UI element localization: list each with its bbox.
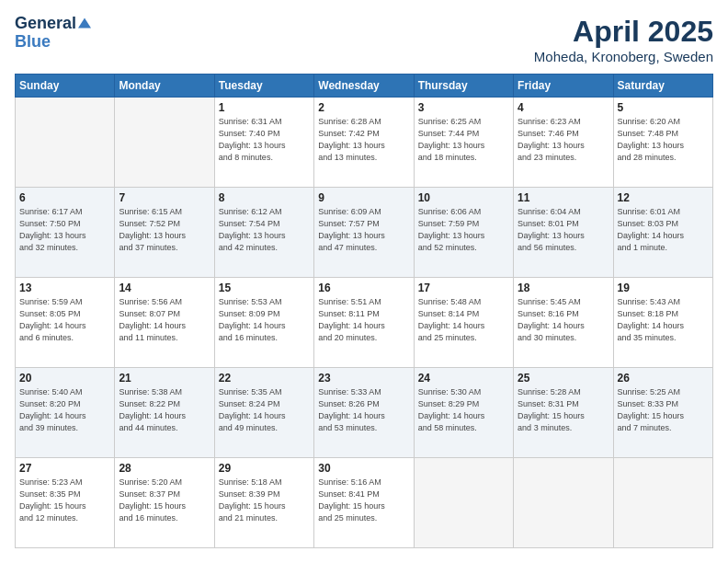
day-number: 28 [119,462,210,475]
day-info: Sunrise: 6:17 AM Sunset: 7:50 PM Dayligh… [19,206,110,254]
day-number: 11 [518,191,609,204]
day-number: 25 [518,372,609,385]
calendar-cell-w1-d3: 1Sunrise: 6:31 AM Sunset: 7:40 PM Daylig… [214,98,313,188]
day-info: Sunrise: 6:28 AM Sunset: 7:42 PM Dayligh… [318,116,409,164]
calendar-cell-w4-d2: 21Sunrise: 5:38 AM Sunset: 8:22 PM Dayli… [115,368,214,458]
calendar-cell-w5-d7 [613,458,712,548]
calendar-cell-w5-d2: 28Sunrise: 5:20 AM Sunset: 8:37 PM Dayli… [115,458,214,548]
calendar-cell-w5-d1: 27Sunrise: 5:23 AM Sunset: 8:35 PM Dayli… [16,458,115,548]
day-info: Sunrise: 5:23 AM Sunset: 8:35 PM Dayligh… [19,477,110,524]
page: General Blue April 2025 Moheda, Kronober… [0,0,728,563]
day-number: 23 [318,372,409,385]
day-info: Sunrise: 5:48 AM Sunset: 8:14 PM Dayligh… [418,296,509,344]
day-number: 17 [418,282,509,294]
month-title: April 2025 [534,15,713,49]
day-info: Sunrise: 6:31 AM Sunset: 7:40 PM Dayligh… [219,116,310,164]
logo-text-general: General [15,15,76,33]
day-number: 12 [618,191,709,204]
day-number: 7 [119,191,210,204]
col-tuesday: Tuesday [214,75,313,98]
calendar-cell-w2-d2: 7Sunrise: 6:15 AM Sunset: 7:52 PM Daylig… [115,188,214,278]
calendar-cell-w2-d6: 11Sunrise: 6:04 AM Sunset: 8:01 PM Dayli… [514,188,613,278]
calendar-cell-w3-d6: 18Sunrise: 5:45 AM Sunset: 8:16 PM Dayli… [514,278,613,368]
calendar-row-2: 6Sunrise: 6:17 AM Sunset: 7:50 PM Daylig… [16,188,713,278]
day-number: 15 [219,282,310,294]
day-info: Sunrise: 5:28 AM Sunset: 8:31 PM Dayligh… [518,386,609,434]
calendar-cell-w3-d2: 14Sunrise: 5:56 AM Sunset: 8:07 PM Dayli… [115,278,214,368]
logo: General Blue [15,15,91,52]
day-info: Sunrise: 6:25 AM Sunset: 7:44 PM Dayligh… [418,116,509,164]
day-number: 24 [418,372,509,385]
calendar-row-4: 20Sunrise: 5:40 AM Sunset: 8:20 PM Dayli… [16,368,713,458]
day-number: 18 [518,282,609,294]
day-number: 21 [119,372,210,385]
day-number: 10 [418,191,509,204]
title-block: April 2025 Moheda, Kronoberg, Sweden [534,15,713,64]
day-number: 6 [19,191,110,204]
day-number: 2 [318,101,409,114]
calendar-cell-w1-d5: 3Sunrise: 6:25 AM Sunset: 7:44 PM Daylig… [414,98,513,188]
calendar-cell-w3-d7: 19Sunrise: 5:43 AM Sunset: 8:18 PM Dayli… [613,278,712,368]
day-info: Sunrise: 6:15 AM Sunset: 7:52 PM Dayligh… [119,206,210,254]
logo-text-blue: Blue [15,32,51,51]
day-info: Sunrise: 5:20 AM Sunset: 8:37 PM Dayligh… [119,477,210,524]
day-info: Sunrise: 6:06 AM Sunset: 7:59 PM Dayligh… [418,206,509,254]
day-info: Sunrise: 6:04 AM Sunset: 8:01 PM Dayligh… [518,206,609,254]
col-thursday: Thursday [414,75,513,98]
day-info: Sunrise: 5:25 AM Sunset: 8:33 PM Dayligh… [618,386,709,434]
day-info: Sunrise: 5:33 AM Sunset: 8:26 PM Dayligh… [318,386,409,434]
calendar-cell-w4-d7: 26Sunrise: 5:25 AM Sunset: 8:33 PM Dayli… [613,368,712,458]
calendar-cell-w3-d5: 17Sunrise: 5:48 AM Sunset: 8:14 PM Dayli… [414,278,513,368]
day-info: Sunrise: 5:40 AM Sunset: 8:20 PM Dayligh… [19,386,110,434]
day-number: 26 [618,372,709,385]
calendar-cell-w5-d5 [414,458,513,548]
col-sunday: Sunday [16,75,115,98]
logo-icon [78,17,91,29]
day-info: Sunrise: 5:53 AM Sunset: 8:09 PM Dayligh… [219,296,310,344]
day-info: Sunrise: 5:30 AM Sunset: 8:29 PM Dayligh… [418,386,509,434]
calendar-cell-w4-d5: 24Sunrise: 5:30 AM Sunset: 8:29 PM Dayli… [414,368,513,458]
calendar-row-1: 1Sunrise: 6:31 AM Sunset: 7:40 PM Daylig… [16,98,713,188]
calendar-cell-w4-d1: 20Sunrise: 5:40 AM Sunset: 8:20 PM Dayli… [16,368,115,458]
calendar-cell-w3-d1: 13Sunrise: 5:59 AM Sunset: 8:05 PM Dayli… [16,278,115,368]
calendar-cell-w2-d3: 8Sunrise: 6:12 AM Sunset: 7:54 PM Daylig… [214,188,313,278]
col-wednesday: Wednesday [314,75,414,98]
day-info: Sunrise: 5:35 AM Sunset: 8:24 PM Dayligh… [219,386,310,434]
calendar-cell-w5-d3: 29Sunrise: 5:18 AM Sunset: 8:39 PM Dayli… [214,458,313,548]
day-info: Sunrise: 5:51 AM Sunset: 8:11 PM Dayligh… [318,296,409,344]
day-number: 14 [119,282,210,294]
calendar-cell-w4-d6: 25Sunrise: 5:28 AM Sunset: 8:31 PM Dayli… [514,368,613,458]
calendar-cell-w3-d4: 16Sunrise: 5:51 AM Sunset: 8:11 PM Dayli… [314,278,414,368]
col-monday: Monday [115,75,214,98]
col-saturday: Saturday [613,75,712,98]
day-number: 27 [19,462,110,475]
day-number: 20 [19,372,110,385]
day-info: Sunrise: 6:20 AM Sunset: 7:48 PM Dayligh… [618,116,709,164]
day-number: 29 [219,462,310,475]
calendar-cell-w2-d5: 10Sunrise: 6:06 AM Sunset: 7:59 PM Dayli… [414,188,513,278]
day-info: Sunrise: 5:43 AM Sunset: 8:18 PM Dayligh… [618,296,709,344]
day-number: 13 [19,282,110,294]
header: General Blue April 2025 Moheda, Kronober… [15,15,713,64]
day-info: Sunrise: 5:56 AM Sunset: 8:07 PM Dayligh… [119,296,210,344]
day-info: Sunrise: 5:38 AM Sunset: 8:22 PM Dayligh… [119,386,210,434]
day-number: 19 [618,282,709,294]
day-info: Sunrise: 5:59 AM Sunset: 8:05 PM Dayligh… [19,296,110,344]
calendar-cell-w2-d1: 6Sunrise: 6:17 AM Sunset: 7:50 PM Daylig… [16,188,115,278]
day-info: Sunrise: 6:09 AM Sunset: 7:57 PM Dayligh… [318,206,409,254]
calendar-row-3: 13Sunrise: 5:59 AM Sunset: 8:05 PM Dayli… [16,278,713,368]
col-friday: Friday [514,75,613,98]
calendar-cell-w1-d4: 2Sunrise: 6:28 AM Sunset: 7:42 PM Daylig… [314,98,414,188]
day-info: Sunrise: 5:45 AM Sunset: 8:16 PM Dayligh… [518,296,609,344]
calendar-header-row: Sunday Monday Tuesday Wednesday Thursday… [16,75,713,98]
calendar-cell-w3-d3: 15Sunrise: 5:53 AM Sunset: 8:09 PM Dayli… [214,278,313,368]
day-info: Sunrise: 6:12 AM Sunset: 7:54 PM Dayligh… [219,206,310,254]
calendar-cell-w5-d6 [514,458,613,548]
day-number: 8 [219,191,310,204]
calendar-cell-w2-d7: 12Sunrise: 6:01 AM Sunset: 8:03 PM Dayli… [613,188,712,278]
day-number: 16 [318,282,409,294]
day-info: Sunrise: 5:16 AM Sunset: 8:41 PM Dayligh… [318,477,409,524]
calendar-table: Sunday Monday Tuesday Wednesday Thursday… [15,74,713,548]
day-info: Sunrise: 5:18 AM Sunset: 8:39 PM Dayligh… [219,477,310,524]
calendar-cell-w1-d1 [16,98,115,188]
